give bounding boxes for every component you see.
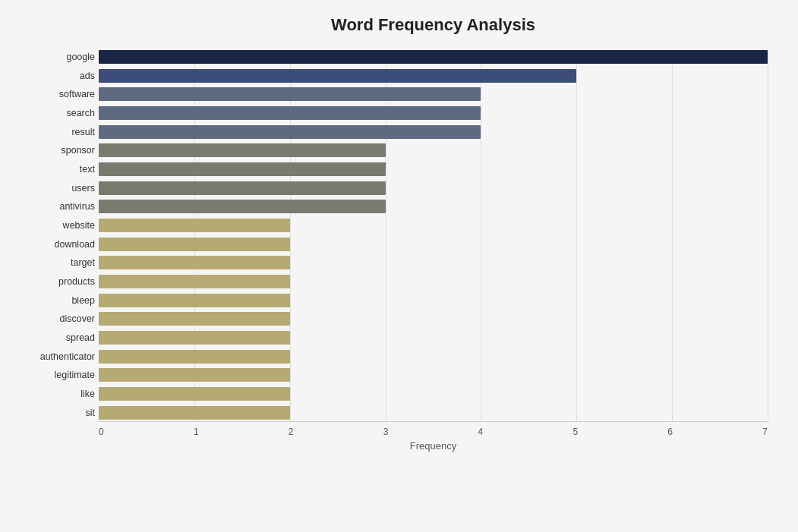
chart-area: googleadssoftwaresearchresultsponsortext… bbox=[99, 49, 768, 459]
bar-label-products: products bbox=[4, 276, 95, 287]
bar-target bbox=[99, 256, 290, 269]
chart-title: Word Frequency Analysis bbox=[99, 15, 768, 35]
bar-label-sit: sit bbox=[4, 408, 95, 418]
bar-label-legitimate: legitimate bbox=[4, 370, 95, 380]
bar-label-spread: spread bbox=[4, 332, 95, 343]
bar-row-authenticator: authenticator bbox=[99, 348, 768, 365]
bar-row-antivirus: antivirus bbox=[99, 198, 768, 215]
bar-row-download: download bbox=[99, 236, 768, 253]
bar-row-sit: sit bbox=[99, 405, 768, 421]
bars-container: googleadssoftwaresearchresultsponsortext… bbox=[99, 49, 768, 421]
bar-legitimate bbox=[99, 368, 290, 382]
bar-label-google: google bbox=[4, 52, 95, 62]
x-axis-label: Frequency bbox=[99, 440, 768, 452]
bar-spread bbox=[99, 331, 290, 345]
bar-text bbox=[99, 162, 386, 176]
bar-label-ads: ads bbox=[4, 71, 95, 81]
x-tick-6: 6 bbox=[667, 427, 673, 437]
bar-row-website: website bbox=[99, 217, 768, 234]
bar-row-software: software bbox=[99, 86, 768, 102]
bar-search bbox=[99, 106, 481, 120]
x-tick-4: 4 bbox=[478, 427, 484, 437]
x-tick-5: 5 bbox=[572, 427, 578, 437]
bar-row-google: google bbox=[99, 49, 768, 65]
bar-antivirus bbox=[99, 200, 386, 213]
bar-website bbox=[99, 219, 290, 232]
bar-users bbox=[99, 181, 386, 195]
bar-row-text: text bbox=[99, 161, 768, 178]
x-tick-0: 0 bbox=[99, 427, 104, 437]
bar-download bbox=[99, 238, 290, 251]
grid-line-7 bbox=[768, 49, 768, 421]
bar-label-bleep: bleep bbox=[4, 295, 95, 306]
bar-label-software: software bbox=[4, 89, 95, 99]
bar-row-like: like bbox=[99, 386, 768, 402]
bar-label-discover: discover bbox=[4, 313, 95, 324]
bar-label-like: like bbox=[4, 389, 95, 399]
bar-authenticator bbox=[99, 350, 290, 364]
chart-container: Word Frequency Analysis googleadssoftwar… bbox=[0, 0, 798, 532]
bar-label-target: target bbox=[4, 257, 95, 268]
bar-label-antivirus: antivirus bbox=[4, 201, 95, 212]
bar-software bbox=[99, 87, 481, 101]
bar-row-search: search bbox=[99, 105, 768, 121]
bar-google bbox=[99, 50, 768, 64]
bar-row-sponsor: sponsor bbox=[99, 142, 768, 159]
bar-products bbox=[99, 275, 290, 288]
bar-label-authenticator: authenticator bbox=[4, 351, 95, 362]
x-ticks: 01234567 bbox=[99, 422, 768, 437]
bar-row-users: users bbox=[99, 180, 768, 197]
bar-label-website: website bbox=[4, 220, 95, 231]
x-tick-2: 2 bbox=[289, 427, 294, 437]
bar-like bbox=[99, 387, 290, 401]
bar-label-sponsor: sponsor bbox=[4, 145, 95, 156]
bar-row-spread: spread bbox=[99, 329, 768, 346]
bar-row-result: result bbox=[99, 124, 768, 140]
x-axis: 01234567 Frequency bbox=[99, 421, 768, 459]
bar-sit bbox=[99, 406, 290, 420]
bar-row-target: target bbox=[99, 254, 768, 271]
bar-result bbox=[99, 125, 481, 139]
bar-label-result: result bbox=[4, 127, 95, 137]
bar-label-users: users bbox=[4, 183, 95, 194]
x-tick-3: 3 bbox=[383, 427, 389, 437]
bar-row-products: products bbox=[99, 273, 768, 290]
x-tick-7: 7 bbox=[762, 427, 768, 437]
bar-ads bbox=[99, 69, 576, 83]
bar-label-text: text bbox=[4, 164, 95, 175]
x-tick-1: 1 bbox=[194, 427, 199, 437]
bar-label-search: search bbox=[4, 108, 95, 118]
bar-row-ads: ads bbox=[99, 68, 768, 84]
bar-label-download: download bbox=[4, 239, 95, 250]
bar-discover bbox=[99, 312, 290, 326]
bar-row-bleep: bleep bbox=[99, 292, 768, 309]
bar-sponsor bbox=[99, 143, 386, 157]
bar-row-discover: discover bbox=[99, 310, 768, 327]
bar-row-legitimate: legitimate bbox=[99, 367, 768, 383]
bar-bleep bbox=[99, 294, 290, 307]
